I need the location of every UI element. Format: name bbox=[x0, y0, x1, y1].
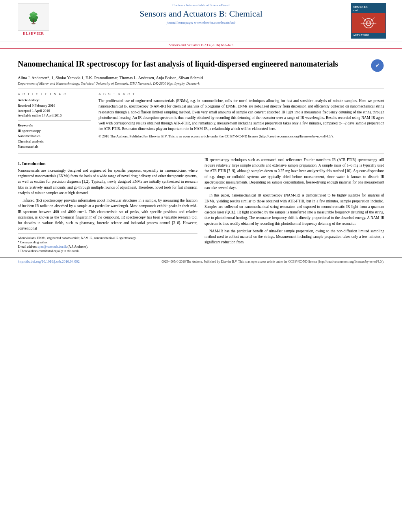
right-para-3: NAM-IR has the particular benefit of ult… bbox=[205, 228, 384, 245]
svg-line-12 bbox=[368, 17, 374, 23]
keyword-3: Chemical analysis bbox=[18, 139, 91, 145]
svg-text:✓: ✓ bbox=[375, 63, 380, 69]
main-body: 1. Introduction Nanomaterials are increa… bbox=[18, 157, 384, 254]
article-title-section: Nanomechanical IR spectroscopy for fast … bbox=[18, 53, 384, 76]
svg-point-6 bbox=[32, 12, 35, 15]
doi-link: http://dx.doi.org/10.1016/j.snb.2016.04.… bbox=[18, 260, 80, 263]
journal-homepage: journal homepage: www.elsevier.com/locat… bbox=[59, 20, 343, 24]
footnote-1: 1 These authors contributed equally to t… bbox=[18, 249, 197, 253]
email-note: E-mail address: ajnu@nanotech.dtu.dk (A.… bbox=[18, 245, 197, 249]
body-left-column: 1. Introduction Nanomaterials are increa… bbox=[18, 157, 197, 254]
footnote-section: Abbreviations: ENMs, engineered nanomate… bbox=[18, 234, 197, 254]
accepted-date: Accepted 1 April 2016 bbox=[18, 108, 91, 113]
intro-para-2: Infrared (IR) spectroscopy provides info… bbox=[18, 198, 197, 232]
sensors-logo-image-area bbox=[352, 13, 385, 33]
author-email-link[interactable]: ajnu@nanotech.dtu.dk bbox=[38, 245, 67, 248]
article-info-heading: A R T I C L E I N F O bbox=[18, 92, 91, 96]
abstract-column: A B S T R A C T The proliferated use of … bbox=[99, 92, 384, 150]
article-title: Nanomechanical IR spectroscopy for fast … bbox=[18, 59, 370, 69]
authors-line: Alina J. Andersen*, 1, Shoko Yamada 1, E… bbox=[18, 76, 384, 80]
abstract-heading: A B S T R A C T bbox=[99, 92, 384, 96]
svg-point-8 bbox=[32, 23, 35, 24]
right-para-2: In this paper, nanomechanical IR spectro… bbox=[205, 193, 384, 226]
article-history-title: Article history: bbox=[18, 98, 91, 102]
journal-title: Sensors and Actuators B: Chemical bbox=[59, 9, 343, 19]
keyword-4: Nanomaterials bbox=[18, 144, 91, 150]
keywords-title: Keywords: bbox=[18, 123, 91, 127]
info-abstract-row: A R T I C L E I N F O Article history: R… bbox=[18, 92, 384, 150]
science-direct-link[interactable]: ScienceDirect bbox=[210, 3, 229, 7]
article-info-column: A R T I C L E I N F O Article history: R… bbox=[18, 92, 91, 150]
keyword-2: Nanomechanics bbox=[18, 133, 91, 139]
elsevier-tree-icon bbox=[26, 9, 41, 25]
available-date: Available online 14 April 2016 bbox=[18, 113, 91, 118]
journal-header: ELSEVIER Contents lists available at Sci… bbox=[0, 0, 402, 41]
abstract-text: The proliferated use of engineered nanom… bbox=[99, 98, 384, 132]
article-content: Nanomechanical IR spectroscopy for fast … bbox=[0, 49, 402, 257]
keyword-1: IR spectroscopy bbox=[18, 128, 91, 134]
right-para-1: IR spectroscopy techniques such as atten… bbox=[205, 157, 384, 191]
homepage-link[interactable]: www.elsevier.com/locate/snb bbox=[194, 20, 235, 24]
body-right-column: IR spectroscopy techniques such as atten… bbox=[205, 157, 384, 254]
elsevier-text-label: ELSEVIER bbox=[23, 32, 44, 35]
elsevier-logo-box bbox=[18, 3, 49, 31]
affiliation: Department of Micro- and Nanotechnology,… bbox=[18, 82, 384, 85]
abbreviations-note: Abbreviations: ENMs, engineered nanomate… bbox=[18, 236, 197, 240]
header-center: Contents lists available at ScienceDirec… bbox=[51, 3, 351, 24]
doi-anchor[interactable]: http://dx.doi.org/10.1016/j.snb.2016.04.… bbox=[18, 260, 80, 263]
sensors-logo-bottom-text: ACTUATORS bbox=[352, 33, 385, 38]
journal-citation: Sensors and Actuators B 233 (2016) 667–6… bbox=[0, 41, 402, 49]
section1-title: 1. Introduction bbox=[18, 161, 197, 166]
intro-para-1: Nanomaterials are increasingly designed … bbox=[18, 168, 197, 196]
sensors-actuators-logo: SENSORS and ACTUATORS bbox=[351, 3, 386, 39]
elsevier-logo: ELSEVIER bbox=[16, 3, 51, 35]
received-date: Received 9 February 2016 bbox=[18, 103, 91, 108]
abstract-copyright: © 2016 The Authors. Published by Elsevie… bbox=[99, 134, 384, 139]
sensors-logo-graphic bbox=[359, 15, 378, 31]
body-divider bbox=[18, 154, 384, 154]
info-divider bbox=[18, 120, 91, 121]
corresponding-author-note: * Corresponding author. bbox=[18, 240, 197, 245]
article-divider bbox=[18, 89, 384, 89]
svg-line-11 bbox=[363, 17, 368, 23]
crossmark-icon: ✓ bbox=[370, 59, 384, 72]
page-footer: http://dx.doi.org/10.1016/j.snb.2016.04.… bbox=[0, 257, 402, 265]
issn-text: 0925-4005/© 2016 The Authors. Published … bbox=[162, 260, 384, 263]
journal-link: Contents lists available at ScienceDirec… bbox=[59, 3, 343, 7]
sensors-logo-top-text: SENSORS and bbox=[352, 4, 385, 13]
